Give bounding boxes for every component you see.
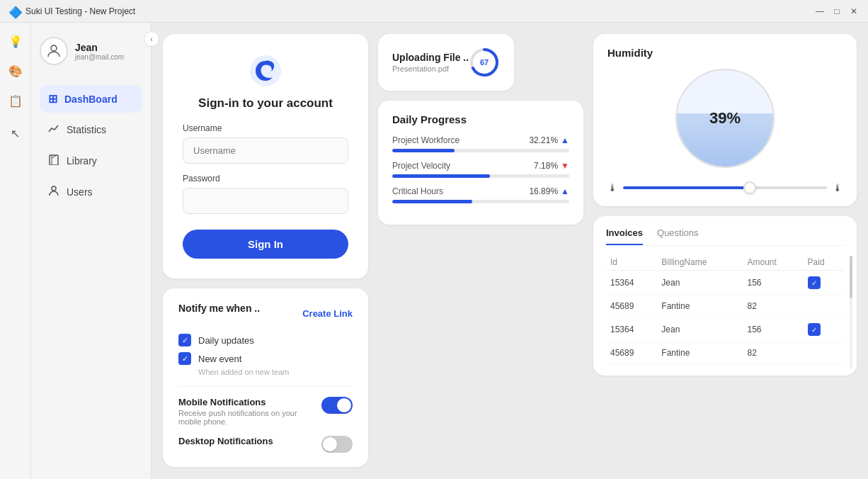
maximize-button[interactable]: □ <box>831 6 843 17</box>
close-button[interactable]: ✕ <box>848 6 860 17</box>
minimize-button[interactable]: — <box>814 6 826 17</box>
mobile-notifications-row: Mobile Notifications Receive push notifi… <box>178 397 353 426</box>
slider-thumb[interactable] <box>743 181 756 194</box>
checkbox-new-event[interactable]: ✓ New event <box>178 352 353 365</box>
app-icon: 🔷 <box>8 6 20 17</box>
upload-info: Uploading File .. Presentation.pdf <box>392 52 469 73</box>
copy-icon[interactable]: 📋 <box>6 91 25 111</box>
paid-checkbox[interactable]: ✓ <box>808 276 821 289</box>
invoices-table: Id BillingName Amount Paid 15364 Jean 15… <box>606 254 844 364</box>
create-link-button[interactable]: Create Link <box>302 308 353 319</box>
mobile-notifications-info: Mobile Notifications Receive push notifi… <box>178 397 321 426</box>
table-row: 15364 Jean 156 ✓ <box>606 317 844 342</box>
sidebar-item-label-library: Library <box>67 155 97 167</box>
password-group: Password <box>183 174 348 214</box>
palette-icon[interactable]: 🎨 <box>6 61 25 81</box>
svg-point-0 <box>51 45 57 51</box>
desktop-notifications-title: Desktop Notifications <box>178 436 273 446</box>
app-container: 💡 🎨 📋 ↖ ‹ Jean jean@mail.com ⊞ DashBoard <box>0 23 868 479</box>
invoice-table-body: 15364 Jean 156 ✓ 45689 Fantine 82 15364 … <box>606 271 844 364</box>
signin-title: Sign-in to your account <box>198 96 333 111</box>
icon-toolbar: 💡 🎨 📋 ↖ <box>0 23 31 479</box>
critical-label: Critical Hours <box>392 186 443 196</box>
scrollbar-thumb[interactable] <box>850 256 852 298</box>
sidebar-item-label-dashboard: DashBoard <box>64 94 118 105</box>
humidity-card: Humidity 39% 🌡 🌡 <box>593 34 857 206</box>
invoices-card: Invoices Questions Id BillingName Amount… <box>593 216 857 376</box>
titlebar: 🔷 Suki UI Testing - New Project — □ ✕ <box>0 0 868 23</box>
cell-id: 15364 <box>606 317 657 342</box>
notify-card: Notify me when .. Create Link ✓ Daily up… <box>163 288 368 467</box>
sidebar-item-statistics[interactable]: Statistics <box>40 115 142 144</box>
checkbox-daily-updates[interactable]: ✓ Daily updates <box>178 334 353 346</box>
desktop-notifications-toggle[interactable] <box>321 436 353 453</box>
thermo-left-icon: 🌡 <box>607 182 617 193</box>
signin-logo <box>249 54 282 88</box>
users-icon <box>48 185 59 199</box>
new-event-checkbox[interactable]: ✓ <box>178 352 191 365</box>
statistics-icon <box>48 123 59 137</box>
velocity-value: 7.18% ▼ <box>534 161 569 171</box>
sidebar-collapse-button[interactable]: ‹ <box>144 31 159 47</box>
daily-updates-label: Daily updates <box>198 335 254 346</box>
sidebar-item-library[interactable]: Library <box>40 147 142 175</box>
critical-value: 16.89% ▲ <box>529 186 569 196</box>
signin-button[interactable]: Sign In <box>183 230 348 259</box>
upload-card: Uploading File .. Presentation.pdf 67 <box>378 34 514 91</box>
svg-point-3 <box>49 193 50 195</box>
humidity-gauge: 39% <box>675 69 775 168</box>
humidity-percentage: 39% <box>709 109 741 128</box>
cell-amount: 82 <box>743 342 804 364</box>
thermo-right-icon: 🌡 <box>833 182 843 193</box>
scrollbar-track <box>850 256 852 368</box>
new-event-label: New event <box>198 354 241 364</box>
col2: Uploading File .. Presentation.pdf 67 Da… <box>378 34 583 225</box>
notify-title: Notify me when .. <box>178 303 260 314</box>
cell-id: 45689 <box>606 342 657 364</box>
cell-paid: ✓ <box>804 317 844 342</box>
progress-row-workforce: Project Workforce 32.21% ▲ <box>392 135 569 152</box>
table-row: 15364 Jean 156 ✓ <box>606 271 844 295</box>
mobile-notifications-title: Mobile Notifications <box>178 397 321 407</box>
svg-point-4 <box>250 55 281 86</box>
velocity-bar-fill <box>392 174 490 178</box>
humidity-title: Humidity <box>607 47 653 59</box>
critical-bar-fill <box>392 200 472 203</box>
tab-questions[interactable]: Questions <box>657 227 699 245</box>
user-name: Jean <box>75 42 124 53</box>
password-input[interactable] <box>183 188 348 214</box>
cell-billing: Jean <box>657 271 743 295</box>
tabs-row: Invoices Questions <box>606 227 844 246</box>
progress-row-velocity: Project Velocity 7.18% ▼ <box>392 161 569 178</box>
cell-paid <box>804 342 844 364</box>
sidebar-item-dashboard[interactable]: ⊞ DashBoard <box>40 85 142 113</box>
progress-row-critical: Critical Hours 16.89% ▲ <box>392 186 569 203</box>
username-input[interactable] <box>183 137 348 164</box>
svg-point-2 <box>52 186 56 191</box>
cell-billing: Fantine <box>657 342 743 364</box>
password-label: Password <box>183 174 348 184</box>
lightbulb-icon[interactable]: 💡 <box>6 31 25 51</box>
daily-progress-title: Daily Progress <box>392 113 569 125</box>
workforce-value: 32.21% ▲ <box>529 135 569 145</box>
table-header-row: Id BillingName Amount Paid <box>606 254 844 271</box>
upload-progress-circle: 67 <box>469 47 500 78</box>
user-info: Jean jean@mail.com <box>75 42 124 61</box>
cell-id: 15364 <box>606 271 657 295</box>
window-controls: — □ ✕ <box>814 6 860 17</box>
col-id: Id <box>606 254 657 271</box>
mobile-notifications-desc: Receive push notifications on your mobil… <box>178 409 321 426</box>
cell-billing: Jean <box>657 317 743 342</box>
user-email: jean@mail.com <box>75 53 124 61</box>
sidebar-item-label-statistics: Statistics <box>67 124 106 135</box>
main-content: Sign-in to your account Username Passwor… <box>152 23 868 479</box>
mobile-notifications-toggle[interactable] <box>321 397 353 414</box>
humidity-slider[interactable] <box>623 186 827 189</box>
paid-checkbox[interactable]: ✓ <box>808 323 821 336</box>
daily-updates-checkbox[interactable]: ✓ <box>178 334 191 346</box>
window-title: Suki UI Testing - New Project <box>25 6 814 16</box>
sidebar-item-label-users: Users <box>67 186 93 198</box>
sidebar-item-users[interactable]: Users <box>40 178 142 206</box>
when-added-label: When added on new team <box>198 368 353 376</box>
tab-invoices[interactable]: Invoices <box>606 227 643 245</box>
